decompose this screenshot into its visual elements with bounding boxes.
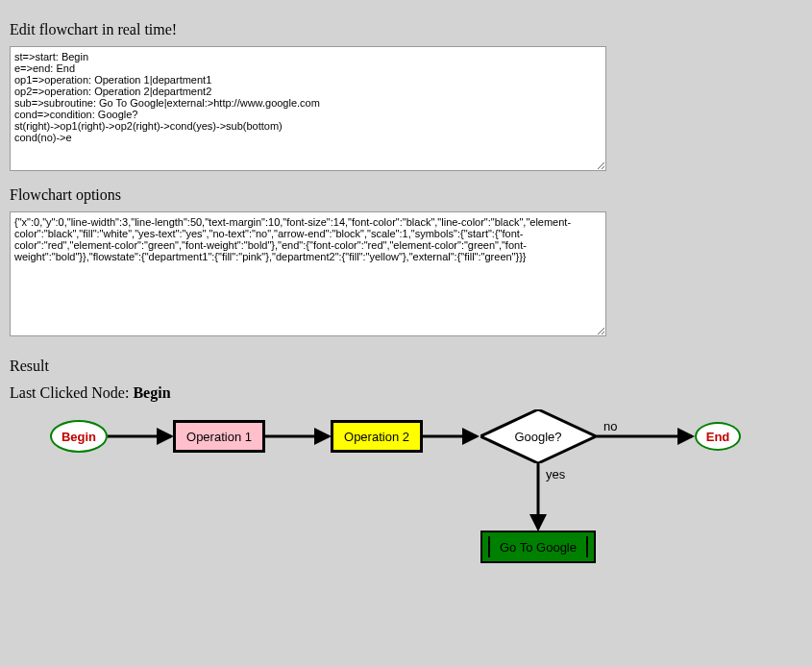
edge-label-no: no	[603, 419, 617, 433]
node-end[interactable]: End	[695, 422, 741, 451]
result-title: Result	[10, 358, 802, 375]
node-subroutine-label: Go To Google	[500, 540, 577, 555]
flowchart-options-input[interactable]	[10, 211, 606, 336]
node-condition-label: Google?	[514, 430, 561, 444]
node-op2[interactable]: Operation 2	[331, 420, 423, 453]
node-subroutine[interactable]: Go To Google	[480, 531, 596, 563]
node-op2-label: Operation 2	[344, 430, 409, 444]
node-start-label: Begin	[62, 430, 96, 444]
edit-flowchart-title: Edit flowchart in real time!	[10, 21, 802, 38]
node-end-label: End	[706, 430, 730, 444]
last-clicked-node-text: Last Clicked Node: Begin	[10, 384, 802, 402]
node-op1[interactable]: Operation 1	[173, 420, 265, 453]
edge-label-yes: yes	[546, 467, 565, 482]
last-clicked-prefix: Last Clicked Node:	[10, 384, 133, 401]
flowchart-code-input[interactable]	[10, 46, 606, 171]
node-condition[interactable]: Google?	[480, 409, 596, 463]
flowchart-options-title: Flowchart options	[10, 186, 802, 204]
node-op1-label: Operation 1	[186, 430, 252, 444]
last-clicked-value: Begin	[133, 384, 170, 401]
node-start[interactable]: Begin	[50, 420, 108, 453]
flowchart-canvas: Begin Operation 1 Operation 2 Google? En…	[10, 413, 798, 586]
